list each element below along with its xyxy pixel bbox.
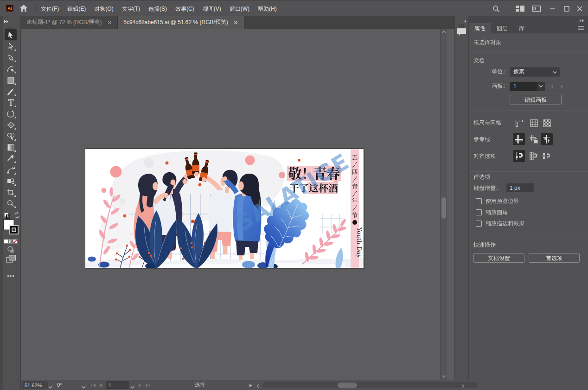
artboard-select[interactable]: 1 xyxy=(510,82,537,91)
menu-edit[interactable]: (E) xyxy=(63,1,90,16)
tool-type[interactable] xyxy=(5,97,17,108)
tool-eraser[interactable] xyxy=(5,119,17,130)
color-mode-gradient[interactable] xyxy=(8,237,13,246)
hscroll-right-arrow[interactable] xyxy=(461,384,464,389)
arrange-documents-icon[interactable] xyxy=(515,1,525,16)
restore-button[interactable] xyxy=(562,1,571,16)
smart-guides-icon[interactable] xyxy=(541,133,553,145)
checkbox-preview-bounds[interactable] xyxy=(476,198,482,204)
screen-mode-icon[interactable] xyxy=(6,255,16,265)
artboard-chevron-icon[interactable] xyxy=(130,384,134,390)
draw-mode-icon[interactable] xyxy=(6,246,14,255)
toolbar-grip[interactable] xyxy=(6,23,14,26)
first-artboard-icon[interactable] xyxy=(91,383,96,389)
svg-text:Youth Day: Youth Day xyxy=(356,227,362,258)
artboard-label xyxy=(492,83,508,90)
checkbox-scale-corners[interactable] xyxy=(476,209,482,215)
canvas-pasteboard[interactable]: Youth Day SALATIGE xyxy=(21,29,454,380)
zoom-chevron-icon[interactable] xyxy=(48,384,52,390)
document-setup-button[interactable] xyxy=(473,253,524,263)
snap-to-grid-icon[interactable] xyxy=(528,150,540,162)
tab-close-icon[interactable] xyxy=(106,19,113,26)
document-tab-active[interactable]: 5c94c68abe615.ai @ 51.62 % (RGB/) xyxy=(118,16,244,29)
vertical-scrollbar[interactable] xyxy=(440,29,447,380)
search-icon[interactable] xyxy=(492,1,501,16)
color-mode-color[interactable] xyxy=(4,237,8,246)
tab-close-icon[interactable] xyxy=(233,19,239,26)
show-guides-icon[interactable] xyxy=(513,133,525,145)
artboard[interactable]: Youth Day SALATIGE xyxy=(85,149,364,268)
panel-menu-icon[interactable] xyxy=(578,25,584,32)
lock-guides-icon[interactable] xyxy=(528,133,540,145)
minimize-button[interactable] xyxy=(548,1,557,16)
menu-effect[interactable]: (C) xyxy=(171,1,198,16)
home-icon[interactable] xyxy=(19,4,29,13)
horizontal-scrollbar-thumb[interactable] xyxy=(338,383,357,388)
tool-blend[interactable] xyxy=(5,164,17,176)
tool-paintbrush[interactable] xyxy=(5,86,17,97)
show-rulers-icon[interactable] xyxy=(513,117,525,129)
menu-object[interactable]: (O) xyxy=(90,1,117,16)
scroll-down-arrow[interactable] xyxy=(441,373,447,380)
panel-tab-bar xyxy=(469,23,588,33)
show-grid-icon[interactable] xyxy=(528,117,540,129)
edit-toolbar-ellipsis[interactable] xyxy=(7,271,14,279)
scroll-up-arrow[interactable] xyxy=(441,29,447,35)
status-expand-icon[interactable] xyxy=(249,383,252,389)
tool-rotate[interactable] xyxy=(5,108,17,119)
menu-help[interactable]: (H) xyxy=(254,1,281,16)
stroke-color-swatch[interactable] xyxy=(9,225,19,236)
tool-selection[interactable] xyxy=(5,29,17,40)
vertical-scrollbar-thumb[interactable] xyxy=(441,197,446,219)
tool-pen[interactable] xyxy=(5,52,17,63)
close-button[interactable] xyxy=(575,1,584,16)
swap-fill-stroke-icon[interactable] xyxy=(14,212,20,220)
rotation-chevron-icon[interactable] xyxy=(82,384,86,390)
next-artboard-icon[interactable] xyxy=(138,383,142,389)
tool-zoom[interactable] xyxy=(5,198,17,209)
snap-to-point-icon[interactable] xyxy=(513,150,525,162)
workspace-switcher-icon[interactable] xyxy=(531,1,542,16)
tab-libraries[interactable] xyxy=(513,23,530,33)
next-artboard-icon[interactable] xyxy=(559,82,565,91)
last-artboard-icon[interactable] xyxy=(145,383,150,389)
preferences-button[interactable] xyxy=(529,253,580,263)
menu-file[interactable]: (F) xyxy=(37,1,63,16)
comments-panel-icon[interactable] xyxy=(457,28,467,37)
horizontal-scrollbar[interactable] xyxy=(262,382,478,388)
checkbox-scale-strokes[interactable] xyxy=(476,221,482,227)
tool-rectangle[interactable] xyxy=(5,75,17,86)
rotation-value[interactable]: 0° xyxy=(57,382,62,388)
tool-symbol-sprayer[interactable] xyxy=(5,176,17,187)
dock-grip[interactable] xyxy=(458,21,466,25)
keyboard-increment-input[interactable]: 1 px xyxy=(506,183,534,192)
tool-direct-selection[interactable] xyxy=(5,41,17,52)
unit-select[interactable] xyxy=(510,67,560,77)
zoom-level-field[interactable]: 51.62% xyxy=(22,381,48,389)
toolbar-collapse-icon[interactable] xyxy=(4,17,9,22)
illustrator-window: Ai (F) (E) (O) (T) (S) (C) (V) (W) (H) -… xyxy=(0,0,588,390)
artboard-number-field[interactable]: 1 xyxy=(106,381,129,389)
artboard-select-chevron[interactable] xyxy=(537,82,545,91)
prev-artboard-icon[interactable] xyxy=(549,82,555,91)
menu-view[interactable]: (V) xyxy=(198,1,225,16)
tool-artboard[interactable] xyxy=(5,187,17,198)
document-section-title xyxy=(473,58,485,64)
show-transparency-grid-icon[interactable] xyxy=(541,117,553,129)
previous-artboard-icon[interactable] xyxy=(99,383,102,389)
tool-gradient[interactable] xyxy=(5,142,17,153)
edit-artboards-button[interactable] xyxy=(510,95,562,104)
menu-type[interactable]: (T) xyxy=(118,1,144,16)
tool-eyedropper[interactable] xyxy=(5,153,17,164)
tool-curvature[interactable] xyxy=(5,63,17,74)
document-tab-untitled[interactable]: -1* @ 72 % (RGB/) xyxy=(21,16,118,29)
menu-select[interactable]: (S) xyxy=(144,1,171,16)
app-logo-ai[interactable]: Ai xyxy=(6,5,13,12)
snap-to-pixel-icon[interactable] xyxy=(541,150,553,162)
tab-properties[interactable] xyxy=(469,23,491,33)
color-mode-none[interactable] xyxy=(13,237,18,246)
menu-window[interactable]: (W) xyxy=(225,1,254,16)
hscroll-left-arrow[interactable] xyxy=(256,384,259,389)
tool-shape-builder[interactable] xyxy=(5,130,17,142)
tab-layers[interactable] xyxy=(491,23,513,33)
